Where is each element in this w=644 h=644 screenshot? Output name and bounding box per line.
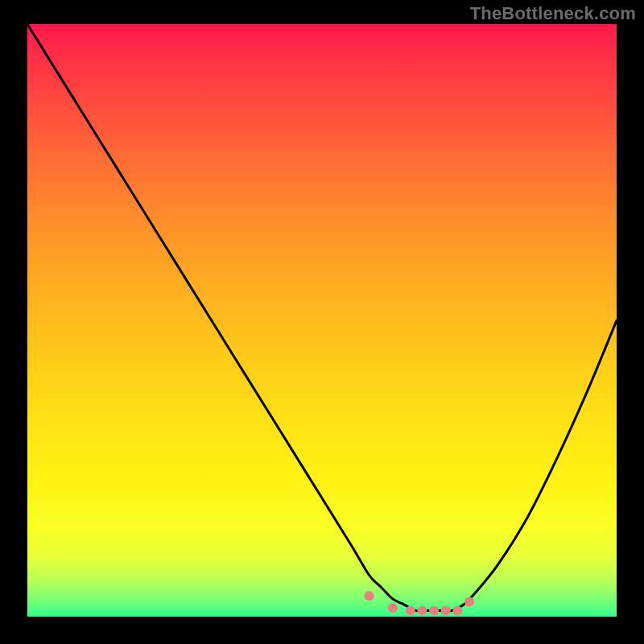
highlight-point: [406, 606, 415, 616]
highlight-point: [388, 603, 398, 613]
highlight-point: [417, 606, 427, 616]
curve-svg: [27, 24, 617, 617]
highlight-point: [464, 597, 474, 607]
highlight-point: [441, 606, 451, 616]
plot-area: [27, 24, 617, 617]
chart-frame: TheBottleneck.com: [0, 0, 644, 644]
highlight-point: [429, 606, 439, 616]
highlight-points-group: [365, 591, 474, 615]
highlight-point: [452, 606, 462, 616]
bottleneck-curve-path: [27, 24, 617, 611]
watermark-label: TheBottleneck.com: [470, 3, 636, 24]
highlight-point: [365, 591, 374, 601]
